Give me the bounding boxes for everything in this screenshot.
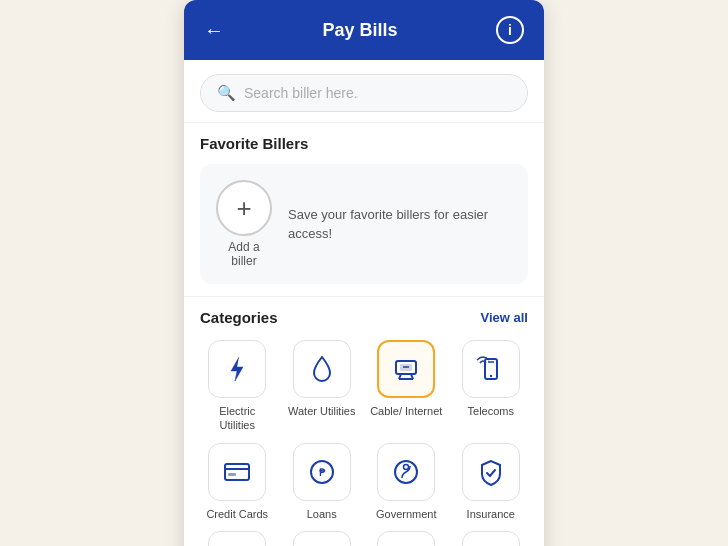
category-transport[interactable]: Transportation	[200, 531, 275, 546]
government-label: Government	[376, 507, 437, 521]
realestate-icon-wrap	[293, 531, 351, 546]
add-icon: +	[236, 195, 251, 221]
svg-rect-9	[225, 464, 249, 480]
telecoms-icon-wrap	[462, 340, 520, 398]
categories-grid: Electric Utilities Water Utilities	[200, 340, 528, 546]
category-electric[interactable]: Electric Utilities	[200, 340, 275, 433]
svg-point-7	[490, 375, 492, 377]
insurance-icon	[475, 456, 507, 488]
categories-section: Categories View all Electric Utilities	[184, 296, 544, 546]
back-button[interactable]: ←	[204, 19, 224, 42]
page-title: Pay Bills	[322, 20, 397, 41]
info-button[interactable]: i	[496, 16, 524, 44]
header: ← Pay Bills i	[184, 0, 544, 60]
category-healthcare[interactable]: Healthcare	[369, 531, 444, 546]
category-government[interactable]: Government	[369, 443, 444, 521]
cable-icon-wrap	[377, 340, 435, 398]
telecoms-icon	[475, 353, 507, 385]
insurance-label: Insurance	[467, 507, 515, 521]
category-credit[interactable]: Credit Cards	[200, 443, 275, 521]
electric-icon	[221, 353, 253, 385]
search-section: 🔍 Search biller here.	[184, 60, 544, 122]
loans-icon: ₱	[306, 456, 338, 488]
svg-point-15	[404, 464, 409, 469]
cable-label: Cable/ Internet	[370, 404, 442, 418]
insurance-icon-wrap	[462, 443, 520, 501]
favorite-billers-description: Save your favorite billers for easier ac…	[288, 205, 512, 244]
category-schools[interactable]: Schools	[454, 531, 529, 546]
water-label: Water Utilities	[288, 404, 355, 418]
cable-icon	[390, 353, 422, 385]
credit-label: Credit Cards	[206, 507, 268, 521]
loans-icon-wrap: ₱	[293, 443, 351, 501]
search-icon: 🔍	[217, 84, 236, 102]
search-input[interactable]: Search biller here.	[244, 85, 358, 101]
categories-header: Categories View all	[200, 309, 528, 326]
water-icon-wrap	[293, 340, 351, 398]
water-icon	[306, 353, 338, 385]
government-icon-wrap	[377, 443, 435, 501]
government-icon	[390, 456, 422, 488]
favorite-billers-section: Favorite Billers + Add a biller Save you…	[184, 122, 544, 296]
phone-container: ← Pay Bills i 🔍 Search biller here. Favo…	[184, 0, 544, 546]
category-insurance[interactable]: Insurance	[454, 443, 529, 521]
healthcare-icon-wrap	[377, 531, 435, 546]
svg-text:₱: ₱	[319, 467, 326, 478]
schools-icon-wrap	[462, 531, 520, 546]
favorite-billers-card: + Add a biller Save your favorite biller…	[200, 164, 528, 284]
credit-icon-wrap	[208, 443, 266, 501]
svg-rect-11	[228, 473, 236, 476]
transport-icon-wrap	[208, 531, 266, 546]
favorite-billers-title: Favorite Billers	[200, 135, 528, 152]
electric-label: Electric Utilities	[200, 404, 275, 433]
category-realestate[interactable]: Real Estate	[285, 531, 360, 546]
add-biller-label: Add a biller	[216, 240, 272, 268]
telecoms-label: Telecoms	[468, 404, 514, 418]
category-telecoms[interactable]: Telecoms	[454, 340, 529, 433]
category-water[interactable]: Water Utilities	[285, 340, 360, 433]
search-box[interactable]: 🔍 Search biller here.	[200, 74, 528, 112]
electric-icon-wrap	[208, 340, 266, 398]
loans-label: Loans	[307, 507, 337, 521]
category-cable[interactable]: Cable/ Internet	[369, 340, 444, 433]
category-loans[interactable]: ₱ Loans	[285, 443, 360, 521]
add-biller-button[interactable]: +	[216, 180, 272, 236]
view-all-button[interactable]: View all	[481, 310, 528, 325]
categories-title: Categories	[200, 309, 278, 326]
credit-icon	[221, 456, 253, 488]
